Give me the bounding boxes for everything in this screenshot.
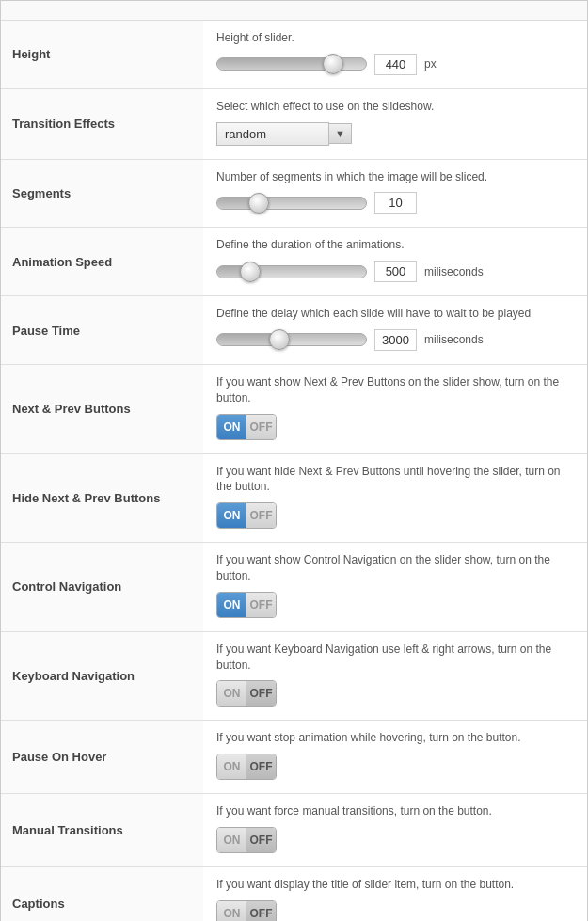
control-animation-speed: Define the duration of the animations.50… <box>203 228 587 296</box>
description-keyboard-navigation: If you want Keyboard Navigation use left… <box>216 642 574 674</box>
toggle-on-label-captions: ON <box>217 901 246 921</box>
slider-thumb-height[interactable] <box>323 54 343 74</box>
slider-container-pause-time: 3000miliseconds <box>216 329 574 351</box>
slider-track-height[interactable] <box>216 57 367 71</box>
control-control-navigation: If you want show Control Navigation on t… <box>203 543 587 632</box>
slider-container-segments: 10 <box>216 192 574 214</box>
setting-row-pause-on-hover: Pause On HoverIf you want stop animation… <box>1 721 587 794</box>
slider-track-animation-speed[interactable] <box>216 265 367 278</box>
description-captions: If you want display the title of slider … <box>216 877 574 893</box>
toggle-captions[interactable]: ONOFF <box>216 900 277 921</box>
slider-container-animation-speed: 500miliseconds <box>216 261 574 282</box>
settings-panel: HeightHeight of slider.440pxTransition E… <box>0 0 588 921</box>
label-height: Height <box>1 21 203 88</box>
control-keyboard-navigation: If you want Keyboard Navigation use left… <box>203 631 587 721</box>
slider-value-pause-time[interactable]: 3000 <box>374 329 417 351</box>
description-next-prev-buttons: If you want show Next & Prev Buttons on … <box>216 374 574 406</box>
setting-row-next-prev-buttons: Next & Prev ButtonsIf you want show Next… <box>1 364 587 453</box>
toggle-off-label-control-navigation: OFF <box>246 593 276 617</box>
description-height: Height of slider. <box>216 30 574 46</box>
setting-row-pause-time: Pause TimeDefine the delay which each sl… <box>1 296 587 365</box>
setting-row-manual-transitions: Manual TransitionsIf you want force manu… <box>1 794 587 867</box>
toggle-on-label-control-navigation: ON <box>217 593 246 617</box>
control-captions: If you want display the title of slider … <box>203 866 587 921</box>
control-height: Height of slider.440px <box>203 21 587 88</box>
toggle-pause-on-hover[interactable]: ONOFF <box>216 754 277 780</box>
dropdown-arrow-transition-effects[interactable]: ▼ <box>329 123 352 144</box>
label-animation-speed: Animation Speed <box>1 228 203 296</box>
description-pause-on-hover: If you want stop animation while hoverin… <box>216 730 574 746</box>
setting-row-segments: SegmentsNumber of segments in which the … <box>1 159 587 228</box>
toggle-manual-transitions[interactable]: ONOFF <box>216 827 277 853</box>
toggle-keyboard-navigation[interactable]: ONOFF <box>216 680 277 707</box>
setting-row-keyboard-navigation: Keyboard NavigationIf you want Keyboard … <box>1 631 587 721</box>
slider-thumb-animation-speed[interactable] <box>240 262 261 282</box>
label-segments: Segments <box>1 159 203 228</box>
control-transition-effects: Select which effect to use on the slides… <box>203 88 587 159</box>
control-pause-on-hover: If you want stop animation while hoverin… <box>203 721 587 794</box>
control-manual-transitions: If you want force manual transitions, tu… <box>203 794 587 867</box>
setting-row-animation-speed: Animation SpeedDefine the duration of th… <box>1 228 587 296</box>
description-pause-time: Define the delay which each slide will h… <box>216 306 574 322</box>
slider-value-animation-speed[interactable]: 500 <box>374 261 417 282</box>
description-hide-next-prev-buttons: If you want hide Next & Prev Buttons unt… <box>216 464 574 496</box>
slider-value-height[interactable]: 440 <box>374 54 417 75</box>
toggle-off-label-pause-on-hover: OFF <box>246 754 276 779</box>
page-title <box>1 1 587 21</box>
control-segments: Number of segments in which the image wi… <box>203 159 587 228</box>
dropdown-select-transition-effects[interactable]: randomfadefoldwipeblindXblindY <box>216 122 329 146</box>
toggle-hide-next-prev-buttons[interactable]: ONOFF <box>216 502 277 529</box>
label-transition-effects: Transition Effects <box>1 88 203 159</box>
label-keyboard-navigation: Keyboard Navigation <box>1 631 203 721</box>
slider-unit-height: px <box>424 57 437 71</box>
control-pause-time: Define the delay which each slide will h… <box>203 296 587 365</box>
dropdown-container-transition-effects: randomfadefoldwipeblindXblindY▼ <box>216 122 574 146</box>
toggle-off-label-next-prev-buttons: OFF <box>246 415 276 439</box>
label-next-prev-buttons: Next & Prev Buttons <box>1 364 203 453</box>
slider-value-segments[interactable]: 10 <box>374 192 417 214</box>
setting-row-hide-next-prev-buttons: Hide Next & Prev ButtonsIf you want hide… <box>1 453 587 543</box>
toggle-on-label-pause-on-hover: ON <box>217 754 246 779</box>
description-manual-transitions: If you want force manual transitions, tu… <box>216 803 574 819</box>
control-next-prev-buttons: If you want show Next & Prev Buttons on … <box>203 364 587 453</box>
label-pause-time: Pause Time <box>1 296 203 365</box>
setting-row-captions: CaptionsIf you want display the title of… <box>1 866 587 921</box>
description-segments: Number of segments in which the image wi… <box>216 169 574 185</box>
setting-row-transition-effects: Transition EffectsSelect which effect to… <box>1 88 587 159</box>
description-transition-effects: Select which effect to use on the slides… <box>216 99 574 115</box>
slider-thumb-segments[interactable] <box>248 193 269 214</box>
slider-fill-height <box>217 58 333 70</box>
toggle-off-label-keyboard-navigation: OFF <box>246 681 276 706</box>
label-captions: Captions <box>1 866 203 921</box>
slider-container-height: 440px <box>216 54 574 75</box>
slider-unit-animation-speed: miliseconds <box>424 265 484 278</box>
control-hide-next-prev-buttons: If you want hide Next & Prev Buttons unt… <box>203 453 587 543</box>
settings-table: HeightHeight of slider.440pxTransition E… <box>1 21 587 921</box>
slider-track-segments[interactable] <box>216 197 367 210</box>
label-pause-on-hover: Pause On Hover <box>1 721 203 794</box>
setting-row-control-navigation: Control NavigationIf you want show Contr… <box>1 543 587 632</box>
setting-row-height: HeightHeight of slider.440px <box>1 21 587 88</box>
toggle-on-label-keyboard-navigation: ON <box>217 681 246 706</box>
toggle-on-label-manual-transitions: ON <box>217 828 246 852</box>
toggle-on-label-hide-next-prev-buttons: ON <box>217 503 246 528</box>
slider-thumb-pause-time[interactable] <box>269 329 290 350</box>
label-control-navigation: Control Navigation <box>1 543 203 632</box>
toggle-off-label-manual-transitions: OFF <box>246 828 276 852</box>
toggle-on-label-next-prev-buttons: ON <box>217 415 246 439</box>
description-control-navigation: If you want show Control Navigation on t… <box>216 552 574 584</box>
description-animation-speed: Define the duration of the animations. <box>216 237 574 253</box>
toggle-next-prev-buttons[interactable]: ONOFF <box>216 414 277 440</box>
slider-unit-pause-time: miliseconds <box>424 333 484 346</box>
label-manual-transitions: Manual Transitions <box>1 794 203 867</box>
label-hide-next-prev-buttons: Hide Next & Prev Buttons <box>1 453 203 543</box>
toggle-off-label-captions: OFF <box>246 901 276 921</box>
toggle-off-label-hide-next-prev-buttons: OFF <box>246 503 276 528</box>
toggle-control-navigation[interactable]: ONOFF <box>216 592 277 618</box>
slider-track-pause-time[interactable] <box>216 333 367 346</box>
